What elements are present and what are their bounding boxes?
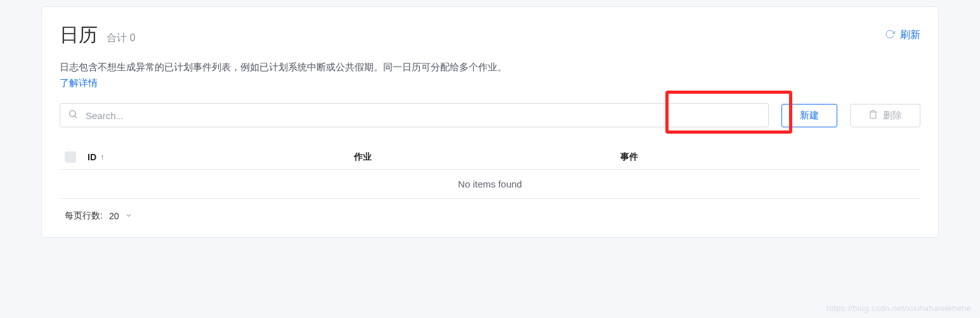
search-wrap[interactable]: [60, 103, 769, 127]
page-title: 日历: [60, 22, 98, 48]
svg-line-1: [75, 116, 77, 118]
create-button[interactable]: 新建: [781, 104, 837, 127]
pagination: 每页行数: 20: [60, 199, 920, 224]
trash-icon: [868, 110, 878, 121]
watermark: https://blog.csdn.net/xixihahalelehehe: [826, 303, 971, 313]
select-all-checkbox[interactable]: [65, 151, 76, 163]
select-all-cell: [65, 151, 88, 163]
title-group: 日历 合计 0: [60, 22, 135, 48]
calendar-table: ID ↑ 作业 事件 No items found: [60, 145, 920, 199]
action-row: 新建 删除: [60, 103, 920, 127]
chevron-down-icon[interactable]: [125, 211, 133, 221]
calendar-panel: 日历 合计 0 刷新 日志包含不想生成异常的已计划事件列表，例如已计划系统中断或…: [41, 6, 939, 238]
refresh-icon: [885, 29, 895, 42]
table-header: ID ↑ 作业 事件: [60, 145, 920, 170]
empty-state: No items found: [60, 170, 920, 199]
column-event[interactable]: 事件: [620, 151, 915, 163]
delete-button[interactable]: 删除: [850, 104, 920, 127]
svg-point-0: [70, 111, 75, 117]
rows-per-page-value: 20: [109, 211, 119, 221]
column-job[interactable]: 作业: [354, 151, 620, 163]
header-row: 日历 合计 0 刷新: [60, 22, 920, 48]
learn-more-link[interactable]: 了解详情: [60, 77, 98, 89]
column-id[interactable]: ID ↑: [88, 152, 354, 162]
sort-asc-icon: ↑: [100, 153, 104, 162]
refresh-button[interactable]: 刷新: [885, 29, 920, 42]
search-icon: [68, 109, 78, 122]
rows-per-page-label: 每页行数:: [65, 210, 103, 222]
description-text: 日志包含不想生成异常的已计划事件列表，例如已计划系统中断或公共假期。同一日历可分…: [60, 60, 920, 75]
search-input[interactable]: [86, 110, 761, 121]
count-label: 合计 0: [107, 32, 135, 45]
